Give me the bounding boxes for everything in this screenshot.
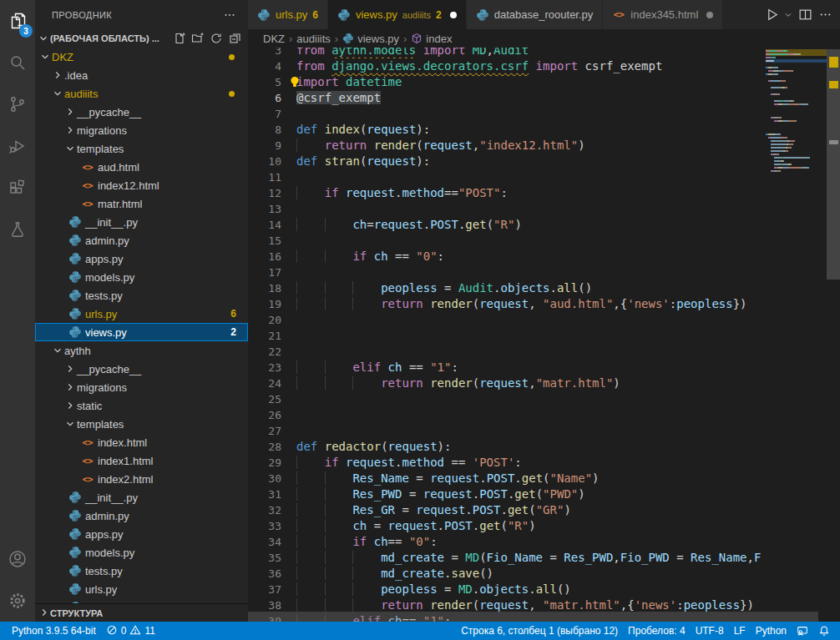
tree-item--idea[interactable]: .idea bbox=[35, 66, 248, 84]
tree-item-index2-html[interactable]: <>index2.html bbox=[35, 470, 248, 488]
modified-dot-icon[interactable] bbox=[450, 12, 457, 18]
tree-item--init-py[interactable]: __init__.py bbox=[35, 213, 248, 231]
code-line-25[interactable]: 25 bbox=[248, 391, 766, 407]
code-line-6[interactable]: 6@csrf_exempt bbox=[248, 90, 766, 106]
feedback-icon[interactable] bbox=[792, 622, 813, 640]
testing-icon[interactable] bbox=[0, 209, 35, 250]
lightbulb-icon[interactable] bbox=[288, 75, 301, 88]
code-line-14[interactable]: 14 ch=request.POST.get("R") bbox=[248, 217, 766, 233]
new-folder-icon[interactable] bbox=[190, 30, 206, 47]
code-line-7[interactable]: 7 bbox=[248, 106, 766, 122]
tree-item--init-py[interactable]: __init__.py bbox=[35, 488, 248, 506]
code-line-30[interactable]: 30 Res_Name = request.POST.get("Name") bbox=[248, 471, 766, 486]
eol-button[interactable]: LF bbox=[729, 622, 751, 640]
vertical-scrollbar[interactable] bbox=[827, 48, 840, 622]
code-line-36[interactable]: 36 md_create.save() bbox=[248, 566, 766, 582]
tab-urls-py[interactable]: urls.py6 bbox=[248, 0, 328, 29]
code-line-35[interactable]: 35 md_create = MD(Fio_Name = Res_PWD,Fio… bbox=[248, 550, 766, 566]
code-line-10[interactable]: 10def stran(request): bbox=[248, 154, 766, 169]
breadcrumb-item-views-py[interactable]: views.py bbox=[342, 33, 399, 45]
code-line-28[interactable]: 28def redactor(request): bbox=[248, 439, 766, 455]
split-editor-icon[interactable] bbox=[797, 7, 813, 23]
code-line-26[interactable]: 26 bbox=[248, 407, 766, 423]
code-line-12[interactable]: 12 if request.method=="POST": bbox=[248, 185, 766, 201]
code-line-8[interactable]: 8def index(request): bbox=[248, 122, 766, 138]
tree-item-admin-py[interactable]: admin.py bbox=[35, 506, 248, 525]
code-line-16[interactable]: 16 if ch == "0": bbox=[248, 249, 766, 265]
tree-item--pycache-[interactable]: __pycache__ bbox=[35, 103, 248, 121]
search-icon[interactable] bbox=[0, 42, 35, 83]
refresh-icon[interactable] bbox=[208, 30, 225, 47]
code-line-31[interactable]: 31 Res_PWD = request.POST.get("PWD") bbox=[248, 486, 766, 502]
tree-item-index1-html[interactable]: <>index1.html bbox=[35, 451, 248, 470]
code-line-27[interactable]: 27 bbox=[248, 423, 766, 439]
outline-section-header[interactable]: СТРУКТУРА bbox=[35, 603, 248, 622]
source-control-icon[interactable] bbox=[0, 83, 35, 125]
tree-item-tests-py[interactable]: tests.py bbox=[35, 286, 248, 305]
tab-views-py[interactable]: views.pyaudiiits2 bbox=[328, 0, 467, 29]
collapse-folders-icon[interactable] bbox=[226, 30, 243, 47]
tree-item-migrations[interactable]: migrations bbox=[35, 378, 248, 396]
tree-item-aythh[interactable]: aythh bbox=[35, 341, 248, 360]
breadcrumb-item-DKZ[interactable]: DKZ bbox=[263, 33, 285, 45]
tree-item-apps-py[interactable]: apps.py bbox=[35, 525, 248, 543]
python-interpreter-button[interactable]: Python 3.9.5 64-bit bbox=[7, 622, 101, 640]
tree-item-audiiits[interactable]: audiiits bbox=[35, 84, 248, 103]
tab-index345-html[interactable]: <>index345.html bbox=[603, 0, 723, 29]
tree-item-urls-py[interactable]: urls.py6 bbox=[35, 305, 248, 323]
explorer-icon[interactable]: 3 bbox=[0, 0, 35, 42]
language-mode-button[interactable]: Python bbox=[751, 622, 792, 640]
tree-item-templates[interactable]: templates bbox=[35, 139, 248, 158]
tree-item-models-py[interactable]: models.py bbox=[35, 543, 248, 562]
run-button[interactable] bbox=[763, 7, 780, 23]
settings-icon[interactable] bbox=[0, 580, 35, 622]
tree-item-views-py[interactable]: views.py bbox=[35, 598, 248, 603]
code-line-34[interactable]: 34 if ch== "0": bbox=[248, 534, 766, 550]
encoding-button[interactable]: UTF-8 bbox=[691, 622, 729, 640]
more-actions-icon[interactable] bbox=[817, 7, 833, 23]
views-more-actions-icon[interactable] bbox=[221, 7, 238, 23]
new-file-icon[interactable] bbox=[171, 30, 188, 47]
code-line-22[interactable]: 22 bbox=[248, 344, 766, 360]
code-line-18[interactable]: 18 peopless = Audit.objects.all() bbox=[248, 280, 766, 296]
code-line-29[interactable]: 29 if request.method == 'POST': bbox=[248, 455, 766, 471]
problems-button[interactable]: 0 11 bbox=[101, 622, 160, 640]
code-area[interactable]: 3from aythh.models import MD,Audit4from … bbox=[248, 48, 766, 622]
code-line-21[interactable]: 21 bbox=[248, 328, 766, 344]
cursor-position-button[interactable]: Строка 6, столбец 1 (выбрано 12) bbox=[456, 622, 623, 640]
tree-item-migrations[interactable]: migrations bbox=[35, 121, 248, 139]
breadcrumb-item-index[interactable]: index bbox=[411, 33, 452, 45]
tree-item-aud-html[interactable]: <>aud.html bbox=[35, 158, 248, 176]
code-line-33[interactable]: 33 ch = request.POST.get("R") bbox=[248, 518, 766, 534]
tab-database-roouter-py[interactable]: database_roouter.py bbox=[467, 0, 604, 29]
modified-dot-icon[interactable] bbox=[706, 12, 713, 18]
tree-item-apps-py[interactable]: apps.py bbox=[35, 249, 248, 268]
tree-item-index-html[interactable]: <>index.html bbox=[35, 433, 248, 451]
code-line-9[interactable]: 9 return render(request,"index12.html") bbox=[248, 138, 766, 154]
code-line-5[interactable]: 5import datetime bbox=[248, 74, 766, 90]
tree-item--pycache-[interactable]: __pycache__ bbox=[35, 360, 248, 378]
tree-item-urls-py[interactable]: urls.py bbox=[35, 580, 248, 598]
account-icon[interactable] bbox=[0, 538, 35, 580]
tree-item-templates[interactable]: templates bbox=[35, 415, 248, 433]
code-line-3[interactable]: 3from aythh.models import MD,Audit bbox=[248, 48, 766, 58]
tree-item-admin-py[interactable]: admin.py bbox=[35, 231, 248, 249]
breadcrumb-item-audiiits[interactable]: audiiits bbox=[296, 33, 330, 45]
minimap[interactable] bbox=[766, 48, 827, 622]
tree-item-matr-html[interactable]: <>matr.html bbox=[35, 194, 248, 213]
workspace-section-header[interactable]: (РАБОЧАЯ ОБЛАСТЬ) ... bbox=[35, 29, 248, 48]
code-line-4[interactable]: 4from django.views.decorators.csrf impor… bbox=[248, 58, 766, 74]
horizontal-scrollbar[interactable] bbox=[248, 612, 818, 622]
tree-item-index12-html[interactable]: <>index12.html bbox=[35, 176, 248, 194]
run-debug-icon[interactable] bbox=[0, 125, 35, 167]
code-line-11[interactable]: 11 bbox=[248, 169, 766, 185]
tree-item-static[interactable]: static bbox=[35, 396, 248, 415]
notifications-bell-icon[interactable] bbox=[813, 622, 835, 640]
code-line-32[interactable]: 32 Res_GR = request.POST.get("GR") bbox=[248, 502, 766, 518]
tree-item-models-py[interactable]: models.py bbox=[35, 268, 248, 286]
code-line-13[interactable]: 13 bbox=[248, 201, 766, 217]
code-line-23[interactable]: 23 elif ch == "1": bbox=[248, 360, 766, 375]
tree-item-views-py[interactable]: views.py2 bbox=[35, 323, 248, 341]
tree-item-DKZ[interactable]: DKZ bbox=[35, 48, 248, 66]
extensions-icon[interactable] bbox=[0, 167, 35, 209]
